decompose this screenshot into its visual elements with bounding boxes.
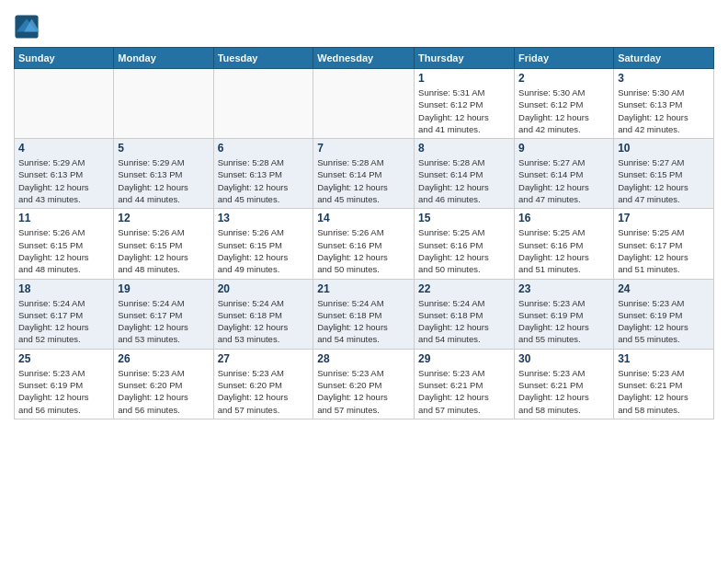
calendar-cell: 14Sunrise: 5:26 AM Sunset: 6:16 PM Dayli…: [313, 209, 415, 279]
weekday-header-tuesday: Tuesday: [213, 48, 313, 69]
calendar-cell: 21Sunrise: 5:24 AM Sunset: 6:18 PM Dayli…: [313, 279, 415, 349]
calendar-header-row: SundayMondayTuesdayWednesdayThursdayFrid…: [15, 48, 714, 69]
day-number: 6: [218, 142, 310, 155]
calendar-cell: 9Sunrise: 5:27 AM Sunset: 6:14 PM Daylig…: [515, 139, 614, 209]
calendar-cell: 22Sunrise: 5:24 AM Sunset: 6:18 PM Dayli…: [415, 279, 515, 349]
day-info: Sunrise: 5:28 AM Sunset: 6:14 PM Dayligh…: [317, 156, 410, 205]
calendar-week-2: 4Sunrise: 5:29 AM Sunset: 6:13 PM Daylig…: [15, 139, 714, 209]
day-info: Sunrise: 5:24 AM Sunset: 6:17 PM Dayligh…: [118, 297, 209, 346]
calendar-week-3: 11Sunrise: 5:26 AM Sunset: 6:15 PM Dayli…: [15, 209, 714, 279]
day-info: Sunrise: 5:23 AM Sunset: 6:20 PM Dayligh…: [118, 367, 209, 416]
day-number: 14: [317, 212, 410, 224]
day-number: 22: [418, 282, 510, 295]
day-number: 10: [618, 142, 710, 155]
calendar-cell: [313, 69, 415, 139]
calendar-cell: 28Sunrise: 5:23 AM Sunset: 6:20 PM Dayli…: [313, 349, 415, 419]
day-number: 24: [618, 282, 710, 295]
day-info: Sunrise: 5:24 AM Sunset: 6:18 PM Dayligh…: [317, 297, 410, 346]
calendar-week-4: 18Sunrise: 5:24 AM Sunset: 6:17 PM Dayli…: [15, 279, 714, 349]
day-info: Sunrise: 5:23 AM Sunset: 6:19 PM Dayligh…: [518, 297, 609, 346]
calendar-cell: 19Sunrise: 5:24 AM Sunset: 6:17 PM Dayli…: [114, 279, 213, 349]
day-info: Sunrise: 5:26 AM Sunset: 6:15 PM Dayligh…: [118, 226, 209, 275]
day-number: 7: [317, 142, 410, 155]
day-number: 9: [518, 142, 609, 155]
day-info: Sunrise: 5:28 AM Sunset: 6:13 PM Dayligh…: [218, 156, 310, 205]
calendar-cell: 7Sunrise: 5:28 AM Sunset: 6:14 PM Daylig…: [313, 139, 415, 209]
calendar-cell: 25Sunrise: 5:23 AM Sunset: 6:19 PM Dayli…: [15, 349, 114, 419]
calendar-cell: [15, 69, 114, 139]
day-info: Sunrise: 5:26 AM Sunset: 6:15 PM Dayligh…: [218, 226, 310, 275]
calendar-cell: 29Sunrise: 5:23 AM Sunset: 6:21 PM Dayli…: [415, 349, 515, 419]
calendar-cell: [213, 69, 313, 139]
weekday-header-saturday: Saturday: [614, 48, 714, 69]
day-number: 29: [418, 352, 510, 365]
weekday-header-monday: Monday: [114, 48, 213, 69]
day-info: Sunrise: 5:29 AM Sunset: 6:13 PM Dayligh…: [118, 156, 209, 205]
calendar-cell: 20Sunrise: 5:24 AM Sunset: 6:18 PM Dayli…: [213, 279, 313, 349]
day-number: 11: [18, 212, 109, 224]
logo: [14, 14, 43, 40]
calendar-cell: 8Sunrise: 5:28 AM Sunset: 6:14 PM Daylig…: [415, 139, 515, 209]
day-number: 21: [317, 282, 410, 295]
day-number: 19: [118, 282, 209, 295]
day-info: Sunrise: 5:27 AM Sunset: 6:14 PM Dayligh…: [518, 156, 609, 205]
calendar-cell: 24Sunrise: 5:23 AM Sunset: 6:19 PM Dayli…: [614, 279, 714, 349]
calendar-cell: 17Sunrise: 5:25 AM Sunset: 6:17 PM Dayli…: [614, 209, 714, 279]
day-info: Sunrise: 5:30 AM Sunset: 6:12 PM Dayligh…: [518, 86, 609, 135]
calendar-cell: 5Sunrise: 5:29 AM Sunset: 6:13 PM Daylig…: [114, 139, 213, 209]
day-info: Sunrise: 5:25 AM Sunset: 6:17 PM Dayligh…: [618, 226, 710, 275]
calendar-table: SundayMondayTuesdayWednesdayThursdayFrid…: [14, 47, 714, 419]
day-info: Sunrise: 5:30 AM Sunset: 6:13 PM Dayligh…: [618, 86, 710, 135]
day-number: 2: [518, 72, 609, 85]
calendar-cell: 16Sunrise: 5:25 AM Sunset: 6:16 PM Dayli…: [515, 209, 614, 279]
day-info: Sunrise: 5:25 AM Sunset: 6:16 PM Dayligh…: [518, 226, 609, 275]
day-info: Sunrise: 5:26 AM Sunset: 6:15 PM Dayligh…: [18, 226, 109, 275]
day-info: Sunrise: 5:27 AM Sunset: 6:15 PM Dayligh…: [618, 156, 710, 205]
day-number: 16: [518, 212, 609, 224]
calendar-cell: 12Sunrise: 5:26 AM Sunset: 6:15 PM Dayli…: [114, 209, 213, 279]
day-info: Sunrise: 5:31 AM Sunset: 6:12 PM Dayligh…: [418, 86, 510, 135]
calendar-cell: 4Sunrise: 5:29 AM Sunset: 6:13 PM Daylig…: [15, 139, 114, 209]
day-info: Sunrise: 5:24 AM Sunset: 6:18 PM Dayligh…: [418, 297, 510, 346]
calendar-cell: 10Sunrise: 5:27 AM Sunset: 6:15 PM Dayli…: [614, 139, 714, 209]
weekday-header-friday: Friday: [515, 48, 614, 69]
day-info: Sunrise: 5:23 AM Sunset: 6:20 PM Dayligh…: [218, 367, 310, 416]
day-info: Sunrise: 5:23 AM Sunset: 6:20 PM Dayligh…: [317, 367, 410, 416]
day-number: 31: [618, 352, 710, 365]
day-number: 26: [118, 352, 209, 365]
calendar-cell: 3Sunrise: 5:30 AM Sunset: 6:13 PM Daylig…: [614, 69, 714, 139]
day-info: Sunrise: 5:23 AM Sunset: 6:21 PM Dayligh…: [418, 367, 510, 416]
day-number: 1: [418, 72, 510, 85]
day-info: Sunrise: 5:25 AM Sunset: 6:16 PM Dayligh…: [418, 226, 510, 275]
calendar-cell: 11Sunrise: 5:26 AM Sunset: 6:15 PM Dayli…: [15, 209, 114, 279]
day-number: 17: [618, 212, 710, 224]
weekday-header-thursday: Thursday: [415, 48, 515, 69]
day-number: 12: [118, 212, 209, 224]
page-header: [14, 9, 714, 40]
day-number: 30: [518, 352, 609, 365]
calendar-cell: 27Sunrise: 5:23 AM Sunset: 6:20 PM Dayli…: [213, 349, 313, 419]
calendar-cell: 30Sunrise: 5:23 AM Sunset: 6:21 PM Dayli…: [515, 349, 614, 419]
calendar-cell: 13Sunrise: 5:26 AM Sunset: 6:15 PM Dayli…: [213, 209, 313, 279]
logo-icon: [14, 14, 40, 40]
day-info: Sunrise: 5:23 AM Sunset: 6:19 PM Dayligh…: [18, 367, 109, 416]
day-info: Sunrise: 5:29 AM Sunset: 6:13 PM Dayligh…: [18, 156, 109, 205]
calendar-week-5: 25Sunrise: 5:23 AM Sunset: 6:19 PM Dayli…: [15, 349, 714, 419]
calendar-cell: 6Sunrise: 5:28 AM Sunset: 6:13 PM Daylig…: [213, 139, 313, 209]
day-number: 13: [218, 212, 310, 224]
day-number: 18: [18, 282, 109, 295]
day-info: Sunrise: 5:24 AM Sunset: 6:18 PM Dayligh…: [218, 297, 310, 346]
day-number: 27: [218, 352, 310, 365]
day-info: Sunrise: 5:23 AM Sunset: 6:21 PM Dayligh…: [618, 367, 710, 416]
day-info: Sunrise: 5:23 AM Sunset: 6:19 PM Dayligh…: [618, 297, 710, 346]
calendar-cell: 1Sunrise: 5:31 AM Sunset: 6:12 PM Daylig…: [415, 69, 515, 139]
calendar-cell: 15Sunrise: 5:25 AM Sunset: 6:16 PM Dayli…: [415, 209, 515, 279]
day-number: 15: [418, 212, 510, 224]
day-number: 3: [618, 72, 710, 85]
day-info: Sunrise: 5:26 AM Sunset: 6:16 PM Dayligh…: [317, 226, 410, 275]
day-info: Sunrise: 5:24 AM Sunset: 6:17 PM Dayligh…: [18, 297, 109, 346]
calendar-week-1: 1Sunrise: 5:31 AM Sunset: 6:12 PM Daylig…: [15, 69, 714, 139]
day-number: 28: [317, 352, 410, 365]
weekday-header-sunday: Sunday: [15, 48, 114, 69]
day-number: 25: [18, 352, 109, 365]
